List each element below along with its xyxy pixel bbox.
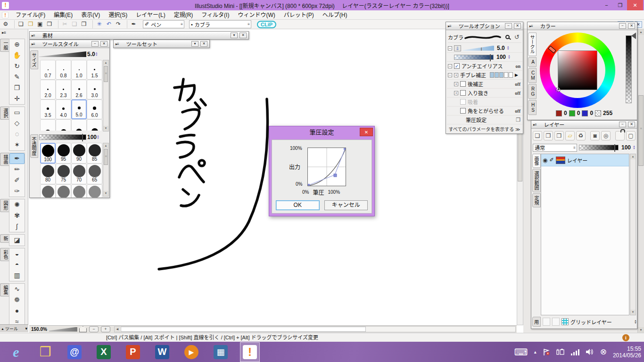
alpha-slider-marker[interactable] bbox=[631, 33, 636, 39]
expand-box-icon[interactable]: + bbox=[454, 73, 458, 77]
taskbar-illuststudio[interactable]: ! bbox=[240, 343, 259, 362]
size-preset[interactable]: 4.0 bbox=[56, 99, 71, 119]
zoom-tool-icon[interactable]: ⊕ bbox=[9, 39, 25, 50]
size-slider-handle[interactable] bbox=[67, 50, 68, 58]
size-slider[interactable]: 5.0 ▲▼ bbox=[39, 50, 108, 58]
taskbar-powerpoint[interactable]: P bbox=[124, 343, 142, 362]
opacity-slider-track[interactable] bbox=[39, 134, 86, 140]
layer-opacity-spinner[interactable]: ▲▼ bbox=[633, 145, 636, 150]
size-preset[interactable]: 3.5 bbox=[40, 99, 56, 119]
taskbar-clock[interactable]: 15:55 2014/05/26 bbox=[613, 346, 641, 359]
close-button[interactable]: ✕ bbox=[628, 122, 635, 127]
brush-opacity-handle[interactable] bbox=[490, 54, 491, 61]
brush-preset-dropdown[interactable]: • カブラ ≡ bbox=[189, 20, 251, 28]
tool-tab-select[interactable]: 選択 bbox=[0, 107, 9, 120]
collapse-button[interactable]: ▾ bbox=[191, 41, 198, 47]
opacity-preset[interactable]: 85 bbox=[87, 143, 102, 164]
minimize-button[interactable]: − bbox=[505, 23, 512, 29]
opacity-preset[interactable]: 60 bbox=[40, 184, 56, 197]
rotate-view-tool-icon[interactable]: ↻ bbox=[9, 61, 25, 72]
eraser-tool-icon[interactable]: ◪ bbox=[9, 235, 25, 246]
opacity-preset[interactable]: 75 bbox=[56, 164, 71, 184]
zoom-slider-handle[interactable] bbox=[79, 326, 87, 332]
dock-scrollbar[interactable]: ▲ ≡ ▼ bbox=[637, 29, 644, 333]
fill-alt-tool-icon[interactable]: ◓ bbox=[9, 259, 25, 270]
visibility-eye-icon[interactable]: ◉ bbox=[543, 157, 547, 164]
canvas-horizontal-scrollbar-thumb[interactable] bbox=[121, 327, 366, 332]
color-mode-tab[interactable]: HS bbox=[528, 100, 537, 115]
battery-icon[interactable] bbox=[556, 348, 565, 355]
tool-tab-edit[interactable]: 編集 bbox=[0, 283, 9, 296]
taskbar-excel[interactable]: X bbox=[94, 343, 113, 362]
size-preset[interactable]: 2.0 bbox=[40, 80, 56, 99]
delete-layer-button[interactable]: ♻ bbox=[576, 131, 586, 140]
dock-scrollbar-thumb[interactable]: ≡ bbox=[638, 95, 644, 166]
brush-opacity-spinner[interactable]: ▲▼ bbox=[508, 55, 511, 59]
minimize-button[interactable]: − bbox=[619, 23, 626, 29]
close-button[interactable]: ✕ bbox=[200, 41, 207, 47]
show-all-parameters[interactable]: すべてのパラメータを表示する ≫ bbox=[446, 125, 523, 132]
menu-item[interactable]: パレット(P) bbox=[280, 10, 318, 20]
post-correction-checkbox[interactable]: ✓ bbox=[460, 81, 466, 87]
show-hidden-icons[interactable]: ▴ bbox=[534, 349, 537, 354]
opacity-preset[interactable]: 95 bbox=[56, 143, 71, 164]
sync-status-icon[interactable]: ⊗ bbox=[600, 347, 607, 357]
refresh-button[interactable]: ✳ bbox=[92, 20, 104, 28]
new-layer-button[interactable]: ❏ bbox=[533, 131, 542, 140]
window-minimize-button[interactable]: − bbox=[600, 0, 613, 10]
zoom-slider[interactable] bbox=[49, 327, 77, 332]
expand-box-icon[interactable]: + bbox=[454, 82, 458, 86]
collapse-box-icon[interactable]: − bbox=[448, 73, 452, 77]
size-preset[interactable]: 2.3 bbox=[56, 80, 71, 99]
dark-loupe-tool-icon[interactable]: ● bbox=[9, 305, 25, 316]
layer-opacity-handle[interactable] bbox=[614, 144, 615, 152]
alpha-slider[interactable] bbox=[626, 35, 632, 103]
info-icon[interactable]: i bbox=[622, 334, 629, 341]
tool-tab-general[interactable]: 一般 bbox=[0, 39, 9, 52]
opacity-tab[interactable]: 不透明度 bbox=[30, 134, 38, 158]
opacity-preset[interactable]: 80 bbox=[40, 164, 56, 184]
settings-button[interactable]: ⚙ bbox=[1, 20, 10, 28]
cancel-button[interactable]: キャンセル bbox=[324, 200, 368, 210]
undo-button[interactable]: ↶ bbox=[105, 20, 113, 28]
close-button[interactable]: ✕ bbox=[514, 23, 521, 29]
close-button[interactable]: ✕ bbox=[628, 23, 635, 29]
opacity-grid-scrollbar[interactable]: ▲ ≡ ▼ bbox=[103, 143, 109, 197]
layer-mask-alt-button[interactable]: ◎ bbox=[601, 131, 611, 140]
reset-icon[interactable]: ↺ bbox=[514, 33, 520, 41]
decoration-brush-tool-icon[interactable]: ✾ bbox=[9, 210, 25, 221]
pattern-brush-tool-icon[interactable]: ❁ bbox=[9, 295, 25, 305]
blend-mode-dropdown[interactable]: 通常 ≡ bbox=[533, 144, 577, 152]
collapse-button[interactable]: ▾ bbox=[231, 33, 238, 38]
brush-size-slider[interactable] bbox=[463, 46, 494, 51]
polygon-select-tool-icon[interactable]: ◇ bbox=[9, 118, 25, 129]
panel-menu-icon[interactable]: ▸≡ bbox=[116, 42, 119, 46]
size-preset[interactable] bbox=[40, 119, 56, 131]
redo-button[interactable]: ↷ bbox=[114, 20, 123, 28]
taskbar-file-explorer[interactable]: ❒ bbox=[36, 343, 55, 362]
size-preset[interactable] bbox=[56, 119, 71, 131]
color-mode-tab[interactable]: RG bbox=[528, 84, 537, 99]
tool-category-dropdown[interactable]: ✐ ペン ≡ bbox=[143, 20, 184, 28]
copy-button[interactable]: ❏ bbox=[70, 20, 79, 28]
expand-box-icon[interactable]: + bbox=[454, 91, 458, 95]
search-icon[interactable] bbox=[505, 35, 510, 39]
color-mode-tab[interactable]: サークル bbox=[528, 33, 537, 56]
size-preset[interactable]: 2.6 bbox=[71, 80, 87, 99]
opacity-slider[interactable]: 100 ▲▼ bbox=[39, 133, 108, 141]
cut-button[interactable]: ✂ bbox=[58, 20, 69, 28]
ok-button[interactable]: OK bbox=[276, 200, 320, 210]
stabilization-level[interactable] bbox=[490, 72, 513, 78]
panel-menu-icon[interactable]: ▸≡ bbox=[448, 24, 451, 28]
grid-visibility-cell[interactable] bbox=[543, 318, 550, 326]
brush-size-handle[interactable] bbox=[481, 45, 482, 52]
grid-layer-row[interactable]: 用 グリッドレイヤー ▲▼ bbox=[532, 316, 637, 327]
layer-select-tool-icon[interactable]: ❐ bbox=[9, 82, 25, 93]
taskbar-internet-explorer[interactable]: e bbox=[7, 343, 25, 362]
pen-tool-icon[interactable]: ✒ bbox=[9, 153, 25, 164]
scroll-left-icon[interactable]: ◀ bbox=[115, 327, 120, 332]
window-restore-button[interactable]: ❐ bbox=[613, 0, 627, 10]
tool-tab-shape[interactable]: 図形 bbox=[0, 199, 9, 212]
lock-layer-button[interactable] bbox=[615, 131, 625, 140]
window-close-button[interactable]: ✕ bbox=[627, 0, 643, 10]
